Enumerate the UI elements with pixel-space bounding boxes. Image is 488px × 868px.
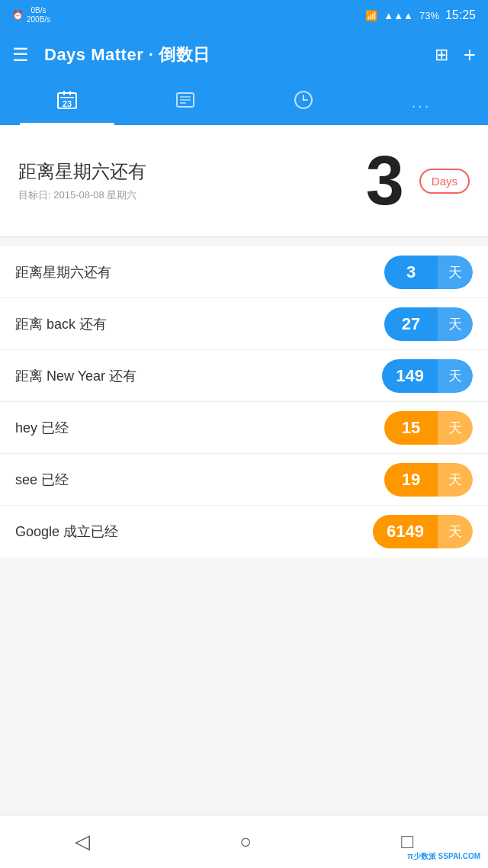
featured-subtitle: 目标日: 2015-08-08 星期六 <box>18 188 351 202</box>
grid-icon[interactable]: ⊞ <box>435 45 448 65</box>
item-label: 距离星期六还有 <box>15 263 384 281</box>
count-pill: 27 天 <box>384 307 473 341</box>
app-title: Days Matter · 倒数日 <box>44 43 435 66</box>
watermark-url: SSPAI.COM <box>438 852 480 860</box>
count-number: 27 <box>384 307 438 341</box>
battery-text: 73% <box>419 10 439 21</box>
svg-rect-1 <box>60 97 74 98</box>
count-unit: 天 <box>438 359 473 393</box>
item-label: Google 成立已经 <box>15 522 373 541</box>
count-number: 3 <box>384 256 438 289</box>
add-button[interactable]: + <box>464 43 476 67</box>
tab-more[interactable]: ··· <box>362 97 480 125</box>
list-item[interactable]: Google 成立已经 6149 天 <box>0 506 488 558</box>
count-unit: 天 <box>438 307 473 341</box>
svg-text:23: 23 <box>62 99 71 108</box>
menu-icon[interactable]: ☰ <box>12 44 29 66</box>
list-item[interactable]: hey 已经 15 天 <box>0 402 488 454</box>
home-button[interactable]: ○ <box>232 822 259 861</box>
count-unit: 天 <box>438 411 473 445</box>
wifi-icon: 📶 <box>365 10 377 21</box>
count-pill: 3 天 <box>384 256 473 289</box>
alarm-icon: ⏰ <box>12 10 24 21</box>
item-label: 距离 back 还有 <box>15 315 384 333</box>
count-pill: 6149 天 <box>373 515 473 548</box>
count-unit: 天 <box>438 256 473 289</box>
count-unit: 天 <box>438 515 473 548</box>
bottom-nav: ◁ ○ □ π少数派 SSPAI.COM <box>0 815 488 868</box>
count-unit: 天 <box>438 463 473 497</box>
count-number: 6149 <box>373 515 438 548</box>
list-icon <box>175 90 195 114</box>
tab-calendar[interactable]: 23 <box>8 90 126 125</box>
days-badge: Days <box>419 169 470 194</box>
item-label: see 已经 <box>15 471 384 489</box>
tab-bar: 23 ··· <box>0 79 488 125</box>
count-number: 19 <box>384 463 438 497</box>
item-label: 距离 New Year 还有 <box>15 367 382 385</box>
svg-rect-4 <box>69 91 71 95</box>
count-pill: 15 天 <box>384 411 473 445</box>
tab-list[interactable] <box>126 90 244 125</box>
svg-rect-3 <box>63 91 65 95</box>
watermark-pi: π少数派 <box>407 852 436 860</box>
net-speed: 0B/s 200B/s <box>27 6 50 24</box>
list-item[interactable]: 距离星期六还有 3 天 <box>0 246 488 298</box>
time-display: 15:25 <box>445 8 476 22</box>
list-item[interactable]: 距离 back 还有 27 天 <box>0 298 488 350</box>
list-item[interactable]: 距离 New Year 还有 149 天 <box>0 350 488 402</box>
app-bar: ☰ Days Matter · 倒数日 ⊞ + <box>0 31 488 79</box>
more-icon: ··· <box>412 97 432 114</box>
featured-title: 距离星期六还有 <box>18 159 351 184</box>
list-item[interactable]: see 已经 19 天 <box>0 454 488 506</box>
featured-card: 距离星期六还有 目标日: 2015-08-08 星期六 3 Days <box>0 125 488 237</box>
status-bar: ⏰ 0B/s 200B/s 📶 ▲▲▲ 73% 15:25 <box>0 0 488 31</box>
count-number: 149 <box>382 359 438 393</box>
watermark: π少数派 SSPAI.COM <box>407 851 480 862</box>
status-right-info: 📶 ▲▲▲ 73% 15:25 <box>365 8 476 22</box>
calendar-icon: 23 <box>57 90 77 114</box>
clock-icon <box>294 90 313 114</box>
count-pill: 19 天 <box>384 463 473 497</box>
item-label: hey 已经 <box>15 419 384 437</box>
event-list: 距离星期六还有 3 天 距离 back 还有 27 天 距离 New Year … <box>0 246 488 558</box>
count-number: 15 <box>384 411 438 445</box>
featured-text: 距离星期六还有 目标日: 2015-08-08 星期六 <box>18 159 351 202</box>
tab-clock[interactable] <box>244 90 362 125</box>
count-pill: 149 天 <box>382 359 473 393</box>
status-left-icons: ⏰ 0B/s 200B/s <box>12 6 50 24</box>
signal-icon: ▲▲▲ <box>384 10 413 21</box>
featured-count: 3 <box>366 146 404 215</box>
back-button[interactable]: ◁ <box>67 822 98 861</box>
